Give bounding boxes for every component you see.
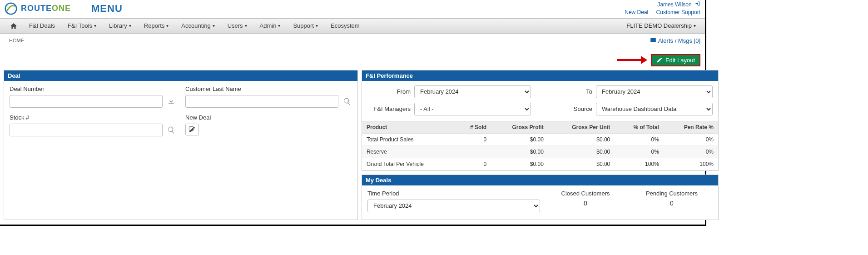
from-select[interactable]: February 2024 (414, 85, 531, 98)
table-row: Reserve $0.00 $0.00 0% 0% (362, 145, 718, 158)
col-gross-unit: Gross Per Unit (548, 121, 615, 133)
from-label: From (367, 88, 411, 95)
nav-label: F&I Deals (29, 22, 55, 29)
deal-panel: Deal Deal Number Stock # (4, 70, 358, 220)
annotation-arrow-icon (617, 57, 646, 63)
sub-bar: HOME Alerts / Msgs [0] (0, 34, 705, 47)
logout-icon[interactable] (695, 1, 700, 8)
new-deal-link[interactable]: New Deal (625, 9, 648, 15)
cell: 100% (664, 158, 718, 170)
nav-fi-deals[interactable]: F&I Deals (23, 19, 61, 33)
cell: 0 (455, 158, 491, 170)
nav-home[interactable] (5, 19, 23, 33)
mydeals-panel: My Deals Time Period February 2024 Close… (362, 175, 719, 220)
edit-layout-row: Edit Layout (0, 47, 705, 70)
nav-library[interactable]: Library▾ (103, 19, 138, 33)
customer-support-link[interactable]: Customer Support (656, 9, 700, 15)
chevron-down-icon: ▾ (694, 23, 696, 28)
managers-label: F&I Managers (367, 105, 411, 112)
table-row: Total Product Sales 0 $0.00 $0.00 0% 0% (362, 133, 718, 145)
dashboard: Deal Deal Number Stock # (0, 70, 705, 220)
new-deal-button[interactable] (185, 124, 199, 135)
nav-label: Accounting (181, 22, 210, 29)
nav-support[interactable]: Support▾ (287, 19, 324, 33)
search-icon[interactable] (166, 125, 176, 135)
nav-label: Admin (260, 22, 277, 29)
nav-label: Support (293, 22, 314, 29)
col-sold: # Sold (455, 121, 491, 133)
table-header-row: Product # Sold Gross Profit Gross Per Un… (362, 121, 718, 133)
dealership-selector[interactable]: FLITE DEMO Dealership ▾ (622, 22, 700, 29)
col-product: Product (362, 121, 455, 133)
col-pct-total: % of Total (615, 121, 664, 133)
to-select[interactable]: February 2024 (596, 85, 713, 98)
cell: 100% (615, 158, 664, 170)
stock-input[interactable] (10, 124, 163, 136)
cell: Grand Total Per Vehicle (362, 158, 455, 170)
home-icon (10, 22, 17, 30)
chevron-down-icon: ▾ (278, 23, 280, 28)
chevron-down-icon: ▾ (166, 23, 169, 28)
pending-customers-label: Pending Customers (631, 190, 713, 197)
dealership-name: FLITE DEMO Dealership (626, 22, 692, 29)
closed-customers-value: 0 (545, 200, 626, 207)
nav-label: Library (109, 22, 127, 29)
performance-title: F&I Performance (362, 70, 718, 81)
nav-label: Reports (144, 22, 165, 29)
cell: $0.00 (548, 145, 615, 158)
table-row: Grand Total Per Vehicle 0 $0.00 $0.00 10… (362, 158, 718, 170)
search-icon[interactable] (342, 96, 352, 106)
cell: $0.00 (548, 133, 615, 145)
deal-number-label: Deal Number (10, 85, 176, 92)
nav-accounting[interactable]: Accounting▾ (175, 19, 221, 33)
chevron-down-icon: ▾ (94, 23, 96, 28)
nav-label: Users (228, 22, 243, 29)
cell: $0.00 (491, 158, 548, 170)
header-links: James WIlson New Deal Customer Support (618, 1, 700, 16)
brand-text: ROUTEONE (21, 4, 71, 13)
edit-icon (656, 57, 663, 63)
closed-customers-label: Closed Customers (545, 190, 626, 197)
alerts-label: Alerts / Msgs [0] (658, 37, 700, 44)
customer-lastname-input[interactable] (185, 95, 338, 108)
cell: 0 (455, 133, 491, 145)
cell: 0% (615, 145, 664, 158)
col-gross-profit: Gross Profit (491, 121, 548, 133)
mydeals-title: My Deals (362, 175, 718, 185)
managers-select[interactable]: - All - (414, 103, 531, 115)
nav-admin[interactable]: Admin▾ (253, 19, 287, 33)
alerts-link[interactable]: Alerts / Msgs [0] (650, 37, 700, 44)
brand-suffix: ONE (52, 4, 71, 13)
cell: Reserve (362, 145, 455, 158)
time-period-select[interactable]: February 2024 (367, 200, 540, 212)
breadcrumb: HOME (9, 38, 24, 43)
stock-label: Stock # (10, 114, 176, 121)
chevron-down-icon: ▾ (213, 23, 215, 28)
performance-table: Product # Sold Gross Profit Gross Per Un… (362, 121, 718, 170)
nav-reports[interactable]: Reports▾ (138, 19, 175, 33)
nav-users[interactable]: Users▾ (221, 19, 253, 33)
svg-point-0 (5, 3, 17, 15)
new-deal-label: New Deal (185, 114, 352, 121)
main-nav: F&I Deals F&I Tools▾ Library▾ Reports▾ A… (0, 18, 705, 34)
edit-layout-label: Edit Layout (665, 57, 695, 64)
deal-number-input[interactable] (10, 95, 163, 108)
source-select[interactable]: Warehouse Dashboard Data (596, 103, 713, 115)
nav-fi-tools[interactable]: F&I Tools▾ (61, 19, 103, 33)
user-name-link[interactable]: James WIlson (657, 1, 691, 8)
nav-label: Ecosystem (331, 22, 360, 29)
routeone-logo-icon (5, 2, 17, 15)
pending-customers-value: 0 (631, 200, 713, 207)
nav-label: F&I Tools (68, 22, 92, 29)
edit-layout-button[interactable]: Edit Layout (651, 54, 700, 66)
customer-label: Customer Last Name (185, 85, 352, 92)
app-title: MENU (91, 3, 123, 15)
deal-panel-title: Deal (4, 70, 357, 81)
nav-ecosystem[interactable]: Ecosystem (324, 19, 366, 33)
cell: Total Product Sales (362, 133, 455, 145)
cell: 0% (664, 133, 718, 145)
time-period-label: Time Period (367, 190, 540, 197)
chevron-down-icon: ▾ (245, 23, 247, 28)
compose-icon (188, 126, 196, 133)
download-icon[interactable] (166, 96, 176, 106)
